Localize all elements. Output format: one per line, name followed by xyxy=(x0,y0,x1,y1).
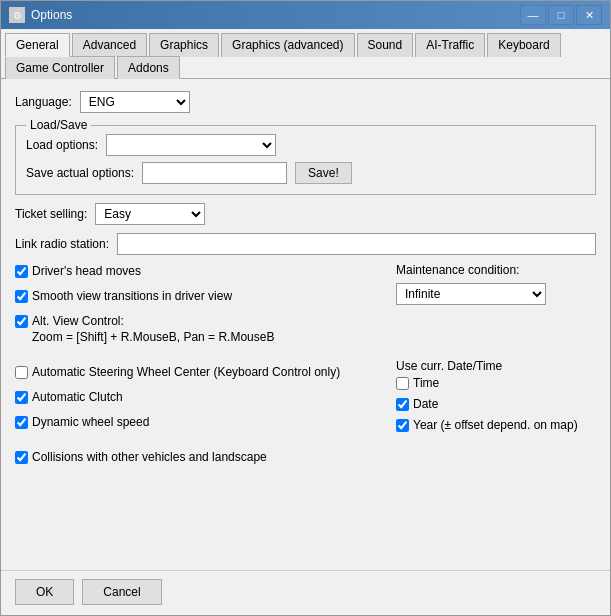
maintenance-row: Maintenance condition: xyxy=(396,263,596,277)
ticket-label: Ticket selling: xyxy=(15,207,87,221)
load-select[interactable] xyxy=(106,134,276,156)
year-label: Year (± offset depend. on map) xyxy=(413,417,578,434)
time-label: Time xyxy=(413,375,439,392)
maintenance-label: Maintenance condition: xyxy=(396,263,519,277)
language-label: Language: xyxy=(15,95,72,109)
loadsave-group: Load/Save Load options: Save actual opti… xyxy=(15,125,596,195)
radio-input[interactable] xyxy=(117,233,596,255)
datetime-title: Use curr. Date/Time xyxy=(396,359,596,373)
main-section: Driver's head moves Smooth view transiti… xyxy=(15,263,596,558)
dynamic-wheel-checkbox[interactable] xyxy=(15,416,28,429)
auto-clutch-label: Automatic Clutch xyxy=(32,389,123,406)
drivers-head-checkbox[interactable] xyxy=(15,265,28,278)
save-button[interactable]: Save! xyxy=(295,162,352,184)
ticket-select[interactable]: Easy xyxy=(95,203,205,225)
checkbox-time: Time xyxy=(396,375,596,392)
tabs-bar: General Advanced Graphics Graphics (adva… xyxy=(1,29,610,79)
date-label: Date xyxy=(413,396,438,413)
footer-buttons: OK Cancel xyxy=(1,570,610,615)
options-window: ⚙ Options — □ ✕ General Advanced Graphic… xyxy=(0,0,611,616)
minimize-button[interactable]: — xyxy=(520,5,546,25)
ok-button[interactable]: OK xyxy=(15,579,74,605)
checkbox-drivers-head: Driver's head moves xyxy=(15,263,380,280)
date-checkbox[interactable] xyxy=(396,398,409,411)
checkbox-year: Year (± offset depend. on map) xyxy=(396,417,596,434)
right-column: Maintenance condition: Infinite Use curr… xyxy=(396,263,596,558)
close-button[interactable]: ✕ xyxy=(576,5,602,25)
maintenance-select[interactable]: Infinite xyxy=(396,283,546,305)
checkbox-auto-steering: Automatic Steering Wheel Center (Keyboar… xyxy=(15,364,380,381)
language-row: Language: ENG xyxy=(15,91,596,113)
time-checkbox[interactable] xyxy=(396,377,409,390)
save-label: Save actual options: xyxy=(26,166,134,180)
auto-steering-checkbox[interactable] xyxy=(15,366,28,379)
ticket-row: Ticket selling: Easy xyxy=(15,203,596,225)
tab-advanced[interactable]: Advanced xyxy=(72,33,147,57)
tab-keyboard[interactable]: Keyboard xyxy=(487,33,560,57)
radio-row: Link radio station: xyxy=(15,233,596,255)
tab-graphics-advanced[interactable]: Graphics (advanced) xyxy=(221,33,354,57)
language-select[interactable]: ENG xyxy=(80,91,190,113)
window-controls: — □ ✕ xyxy=(520,5,602,25)
collisions-checkbox[interactable] xyxy=(15,451,28,464)
tab-graphics[interactable]: Graphics xyxy=(149,33,219,57)
checkbox-date: Date xyxy=(396,396,596,413)
radio-label: Link radio station: xyxy=(15,237,109,251)
checkbox-auto-clutch: Automatic Clutch xyxy=(15,389,380,406)
save-input[interactable] xyxy=(142,162,287,184)
smooth-view-label: Smooth view transitions in driver view xyxy=(32,288,232,305)
year-checkbox[interactable] xyxy=(396,419,409,432)
checkbox-smooth-view: Smooth view transitions in driver view xyxy=(15,288,380,305)
window-icon: ⚙ xyxy=(9,7,25,23)
cancel-button[interactable]: Cancel xyxy=(82,579,161,605)
drivers-head-label: Driver's head moves xyxy=(32,263,141,280)
tab-addons[interactable]: Addons xyxy=(117,56,180,79)
checkbox-alt-view: Alt. View Control:Zoom = [Shift] + R.Mou… xyxy=(15,313,380,347)
save-row: Save actual options: Save! xyxy=(26,162,585,184)
maintenance-select-row: Infinite xyxy=(396,283,596,305)
smooth-view-checkbox[interactable] xyxy=(15,290,28,303)
auto-steering-label: Automatic Steering Wheel Center (Keyboar… xyxy=(32,364,340,381)
checkbox-dynamic-wheel: Dynamic wheel speed xyxy=(15,414,380,431)
maximize-button[interactable]: □ xyxy=(548,5,574,25)
datetime-group: Use curr. Date/Time Time Date Year (± of… xyxy=(396,359,596,437)
tab-game-controller[interactable]: Game Controller xyxy=(5,56,115,79)
load-row: Load options: xyxy=(26,134,585,156)
collisions-label: Collisions with other vehicles and lands… xyxy=(32,449,267,466)
tab-ai-traffic[interactable]: AI-Traffic xyxy=(415,33,485,57)
checkbox-collisions: Collisions with other vehicles and lands… xyxy=(15,449,380,466)
left-column: Driver's head moves Smooth view transiti… xyxy=(15,263,380,558)
load-label: Load options: xyxy=(26,138,98,152)
alt-view-checkbox[interactable] xyxy=(15,315,28,328)
tab-general[interactable]: General xyxy=(5,33,70,57)
alt-view-label: Alt. View Control:Zoom = [Shift] + R.Mou… xyxy=(32,313,274,347)
main-content: Language: ENG Load/Save Load options: Sa… xyxy=(1,79,610,570)
dynamic-wheel-label: Dynamic wheel speed xyxy=(32,414,149,431)
auto-clutch-checkbox[interactable] xyxy=(15,391,28,404)
window-title: Options xyxy=(31,8,520,22)
title-bar: ⚙ Options — □ ✕ xyxy=(1,1,610,29)
loadsave-title: Load/Save xyxy=(26,118,91,132)
tab-sound[interactable]: Sound xyxy=(357,33,414,57)
